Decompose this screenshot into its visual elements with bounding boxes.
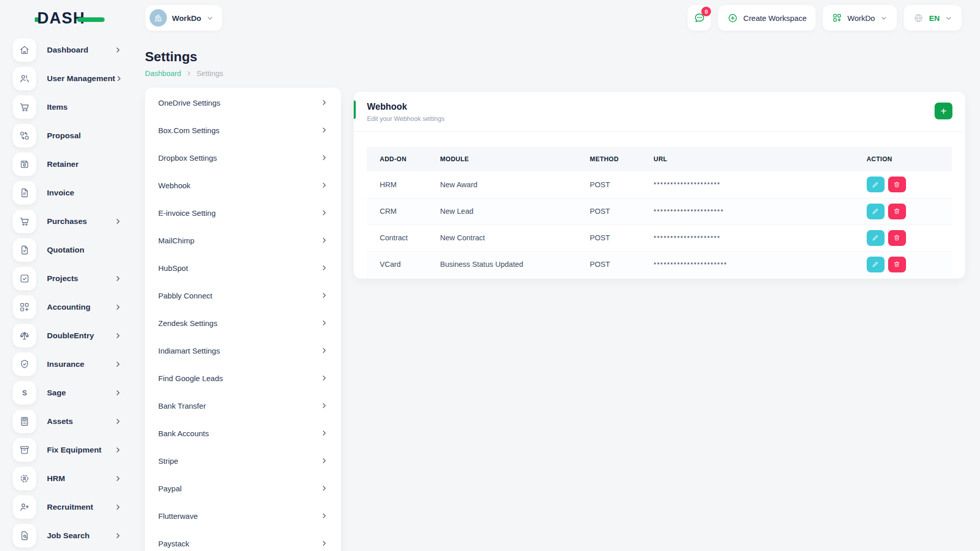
sidebar: Dashboard User Management Items Proposal… [0, 36, 133, 550]
delete-button[interactable] [888, 204, 906, 219]
settings-item-paystack[interactable]: Paystack [145, 530, 341, 551]
messages-button[interactable]: 0 [688, 5, 711, 31]
cell-addon: Contract [367, 224, 436, 251]
chevron-right-icon [114, 418, 121, 425]
sidebar-item-fix-equipment[interactable]: Fix Equipment [0, 436, 133, 464]
table-row: CRM New Lead POST ********************* [367, 198, 952, 224]
cell-action [863, 224, 952, 251]
sidebar-item-items[interactable]: Items [0, 93, 133, 121]
table-row: Contract New Contract POST *************… [367, 224, 952, 251]
trash-icon [893, 234, 900, 241]
delete-button[interactable] [888, 230, 906, 246]
pencil-icon [872, 261, 879, 268]
settings-item-paypal[interactable]: Paypal [145, 474, 341, 502]
file-lines-icon [13, 181, 36, 205]
sidebar-item-recruitment[interactable]: Recruitment [0, 493, 133, 521]
sidebar-item-retainer[interactable]: Retainer [0, 150, 133, 179]
settings-item-hubspot[interactable]: HubSpot [145, 254, 341, 282]
sidebar-item-job-search[interactable]: Job Search [0, 521, 133, 550]
sidebar-item-user-management[interactable]: User Management [0, 64, 133, 93]
topbar-actions: 0 Create Workspace WorkDo EN [688, 5, 962, 31]
workspace-switcher-button[interactable]: WorkDo [145, 5, 222, 31]
settings-item-pabbly-connect[interactable]: Pabbly Connect [145, 282, 341, 309]
sidebar-item-projects[interactable]: Projects [0, 264, 133, 293]
sidebar-item-quotation[interactable]: Quotation [0, 236, 133, 264]
chevron-right-icon [114, 218, 121, 225]
cell-method: POST [586, 224, 650, 251]
settings-item-stripe[interactable]: Stripe [145, 447, 341, 474]
column-header-module: MODULE [436, 147, 585, 171]
chevron-right-icon [186, 70, 192, 77]
column-header-url: URL [650, 147, 863, 171]
column-header-addon: ADD-ON [367, 147, 436, 171]
settings-item-bank-transfer[interactable]: Bank Transfer [145, 392, 341, 419]
settings-item-zendesk-settings[interactable]: Zendesk Settings [145, 309, 341, 337]
cell-action [863, 198, 952, 224]
webhook-panel-header: Webhook Edit your Webhook settings + [354, 92, 965, 132]
settings-item-mailchimp[interactable]: MailChimp [145, 227, 341, 254]
content-columns: OneDrive Settings Box.Com Settings Dropb… [145, 88, 980, 551]
pencil-icon [872, 234, 879, 241]
chevron-right-icon [321, 430, 328, 437]
edit-button[interactable] [867, 230, 885, 246]
sidebar-item-hrm[interactable]: HRM [0, 464, 133, 493]
cart-icon [13, 95, 36, 119]
chevron-right-icon [114, 46, 121, 54]
sidebar-item-doubleentry[interactable]: DoubleEntry [0, 321, 133, 350]
column-header-action: ACTION [863, 147, 952, 171]
settings-item-webhook[interactable]: Webhook [145, 171, 341, 199]
sidebar-item-dashboard[interactable]: Dashboard [0, 36, 133, 64]
settings-item-boxcom-settings[interactable]: Box.Com Settings [145, 116, 341, 144]
chevron-right-icon [114, 304, 121, 311]
language-label: EN [929, 14, 940, 22]
chevron-right-icon [114, 332, 121, 339]
workspace-dropdown-label: WorkDo [847, 14, 875, 22]
sidebar-item-sage[interactable]: S Sage [0, 379, 133, 407]
cart-icon [13, 210, 36, 233]
building-icon [153, 13, 163, 23]
shield-check-icon [13, 353, 36, 376]
create-workspace-button[interactable]: Create Workspace [718, 5, 816, 31]
cell-method: POST [586, 198, 650, 224]
cell-url: ******************** [650, 224, 863, 251]
pencil-icon [872, 181, 879, 188]
sidebar-item-insurance[interactable]: Insurance [0, 350, 133, 379]
settings-item-e-invoice-setting[interactable]: E-invoice Setting [145, 199, 341, 227]
settings-item-flutterwave[interactable]: Flutterwave [145, 502, 341, 530]
cell-module: New Award [436, 171, 585, 198]
chevron-right-icon [114, 361, 121, 368]
settings-item-indiamart-settings[interactable]: Indiamart Settings [145, 337, 341, 364]
edit-button[interactable] [867, 257, 885, 272]
add-webhook-button[interactable]: + [935, 103, 952, 119]
settings-item-dropbox-settings[interactable]: Dropbox Settings [145, 144, 341, 171]
breadcrumb-link-dashboard[interactable]: Dashboard [145, 69, 181, 78]
edit-button[interactable] [867, 204, 885, 219]
svg-text:S: S [22, 389, 27, 397]
globe-icon [913, 13, 924, 23]
edit-button[interactable] [867, 177, 885, 192]
workspace-avatar [150, 9, 167, 27]
settings-item-find-google-leads[interactable]: Find Google Leads [145, 364, 341, 392]
sidebar-item-accounting[interactable]: Accounting [0, 293, 133, 321]
sidebar-item-invoice[interactable]: Invoice [0, 179, 133, 207]
language-dropdown[interactable]: EN [904, 5, 962, 31]
table-row: HRM New Award POST ******************** [367, 171, 952, 198]
workspace-dropdown[interactable]: WorkDo [823, 5, 897, 31]
breadcrumb-current: Settings [197, 69, 223, 78]
chevron-right-icon [321, 485, 328, 492]
chevron-right-icon [321, 402, 328, 409]
chevron-right-icon [114, 389, 121, 396]
delete-button[interactable] [888, 257, 906, 272]
breadcrumb: Dashboard Settings [145, 69, 980, 78]
trash-icon [893, 181, 900, 188]
sidebar-item-proposal[interactable]: Proposal [0, 121, 133, 150]
sidebar-item-purchases[interactable]: Purchases [0, 207, 133, 236]
settings-item-bank-accounts[interactable]: Bank Accounts [145, 419, 341, 447]
floppy-icon [13, 153, 36, 176]
checkbox-icon [13, 267, 36, 290]
chevron-right-icon [321, 540, 328, 547]
settings-item-onedrive-settings[interactable]: OneDrive Settings [145, 89, 341, 116]
delete-button[interactable] [888, 177, 906, 192]
panel-subtitle: Edit your Webhook settings [367, 115, 952, 122]
sidebar-item-assets[interactable]: Assets [0, 407, 133, 436]
